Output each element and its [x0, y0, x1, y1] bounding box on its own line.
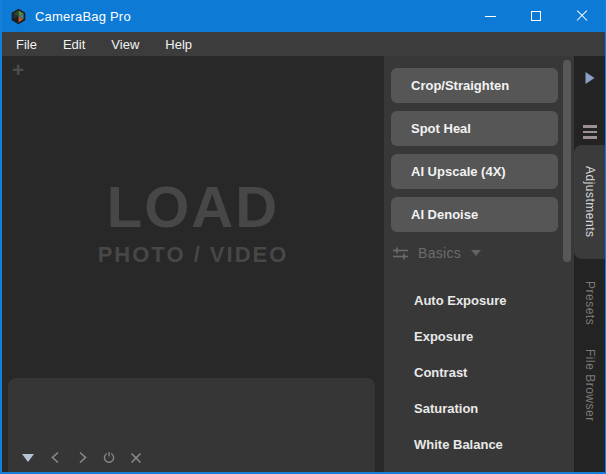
adjustment-white-balance[interactable]: White Balance [384, 426, 574, 462]
maximize-button[interactable] [513, 0, 559, 32]
menu-view[interactable]: View [98, 32, 152, 56]
x-icon [130, 452, 142, 464]
panel-scrollbar[interactable] [563, 60, 571, 262]
tab-file-browser[interactable]: File Browser [574, 338, 605, 433]
minimize-button[interactable] [467, 0, 513, 32]
ai-denoise-button[interactable]: AI Denoise [391, 197, 558, 232]
load-prompt: LOAD PHOTO / VIDEO [2, 178, 384, 268]
adjustment-exposure[interactable]: Exposure [384, 318, 574, 354]
collapse-panel-icon[interactable] [585, 72, 594, 84]
chevron-right-icon [77, 451, 88, 464]
tab-adjustments[interactable]: Adjustments [574, 145, 605, 259]
tab-file-browser-label: File Browser [583, 349, 597, 422]
app-window: CameraBag Pro File Edit View Help + LOAD… [0, 0, 606, 474]
filmstrip-panel [8, 378, 375, 472]
app-logo-icon [10, 8, 27, 25]
panel-menu-icon[interactable] [583, 125, 597, 139]
preview-canvas[interactable]: + LOAD PHOTO / VIDEO [2, 56, 384, 472]
filmstrip-menu-button[interactable] [22, 451, 34, 464]
crop-straighten-button[interactable]: Crop/Straighten [391, 68, 558, 103]
remove-button[interactable] [130, 451, 142, 464]
adjustment-saturation[interactable]: Saturation [384, 390, 574, 426]
title-bar[interactable]: CameraBag Pro [2, 0, 605, 32]
adjustments-panel: Crop/Straighten Spot Heal AI Upscale (4X… [384, 56, 574, 472]
previous-button[interactable] [49, 451, 61, 464]
power-icon [103, 451, 115, 464]
side-tab-strip: Adjustments Presets File Browser [574, 56, 605, 472]
chevron-down-icon [471, 250, 481, 256]
sliders-icon [392, 246, 409, 261]
adjustment-contrast[interactable]: Contrast [384, 354, 574, 390]
menu-help[interactable]: Help [152, 32, 205, 56]
basics-item-list: Auto Exposure Exposure Contrast Saturati… [384, 282, 574, 462]
power-button[interactable] [103, 451, 115, 464]
basics-label: Basics [418, 245, 461, 261]
spot-heal-button[interactable]: Spot Heal [391, 111, 558, 146]
menu-bar: File Edit View Help [2, 32, 605, 56]
tab-adjustments-label: Adjustments [583, 166, 597, 238]
close-button[interactable] [559, 0, 605, 32]
load-title: LOAD [2, 178, 384, 236]
load-subtitle: PHOTO / VIDEO [2, 242, 384, 268]
add-file-icon[interactable]: + [12, 58, 24, 82]
close-icon [576, 10, 588, 22]
ai-upscale-button[interactable]: AI Upscale (4X) [391, 154, 558, 189]
minimize-icon [485, 16, 496, 17]
tab-presets-label: Presets [583, 281, 597, 325]
maximize-icon [531, 11, 541, 21]
chevron-left-icon [50, 451, 61, 464]
basics-section-header[interactable]: Basics [392, 245, 574, 261]
filmstrip-toolbar [22, 451, 142, 464]
tool-button-group: Crop/Straighten Spot Heal AI Upscale (4X… [384, 56, 574, 232]
menu-file[interactable]: File [2, 32, 50, 56]
dropdown-triangle-icon [22, 454, 34, 462]
window-title: CameraBag Pro [35, 9, 131, 24]
next-button[interactable] [76, 451, 88, 464]
tab-presets[interactable]: Presets [574, 278, 605, 328]
adjustment-auto-exposure[interactable]: Auto Exposure [384, 282, 574, 318]
menu-edit[interactable]: Edit [50, 32, 98, 56]
